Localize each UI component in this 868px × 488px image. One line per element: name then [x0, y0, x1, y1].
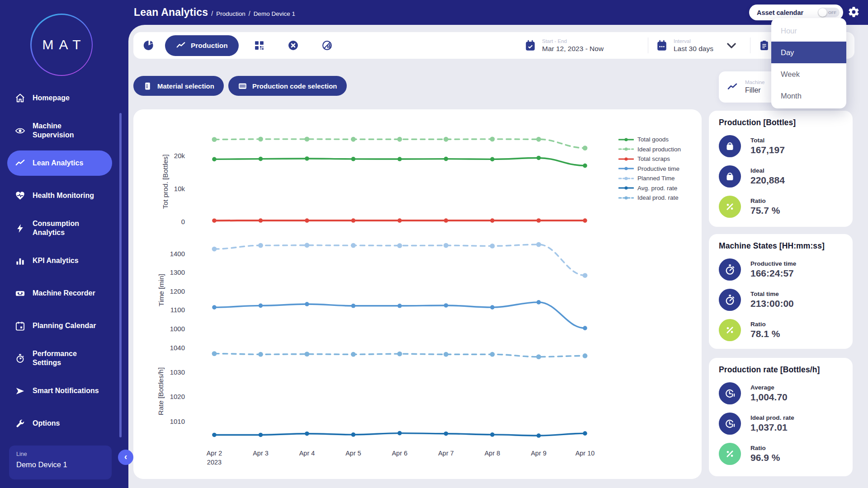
svg-text:1300: 1300 — [170, 268, 185, 276]
date-range-picker[interactable]: Start - End Mar 12, 2023 - Now — [524, 32, 604, 59]
breadcrumb-device[interactable]: Demo Device 1 — [254, 10, 295, 17]
legend-item-planned-time[interactable]: Planned Time — [618, 174, 681, 183]
breadcrumb: Lean Analytics / Production / Demo Devic… — [134, 6, 295, 19]
stat-label: Ratio — [750, 445, 780, 451]
send-icon — [14, 385, 25, 396]
pie-chart-icon — [143, 40, 154, 51]
stat-label: Average — [750, 384, 788, 391]
bar-chart-icon — [14, 255, 25, 266]
calendar-dots-icon — [656, 40, 668, 52]
chart-legend: Total goodsIdeal productionTotal scrapsP… — [618, 135, 681, 203]
asset-calendar-toggle[interactable]: OFF — [818, 8, 840, 17]
sidebar-item-options[interactable]: Options — [0, 407, 128, 440]
sidebar-item-label: Options — [33, 419, 101, 428]
sidebar-item-planning-calendar[interactable]: Planning Calendar — [0, 310, 128, 342]
svg-text:Apr 3: Apr 3 — [253, 450, 269, 457]
trend-icon — [727, 82, 738, 93]
legend-item-avg-prod-rate[interactable]: Avg. prod. rate — [618, 183, 681, 193]
sidebar-item-homepage[interactable]: Homepage — [0, 82, 128, 114]
home-icon — [14, 93, 25, 103]
sidebar-collapse-button[interactable]: ‹ — [118, 450, 133, 465]
sidebar-item-consumption-analytics[interactable]: Consumption Analytics — [0, 212, 128, 244]
stat-value: 96.9 % — [750, 452, 780, 463]
scraps-view-button[interactable] — [283, 35, 304, 56]
machine-label: Machine — [745, 80, 764, 85]
stat-label: Total — [750, 137, 785, 144]
sidebar-item-kpi-analytics[interactable]: KPI Analytics — [0, 244, 128, 277]
sidebar-item-machine-recorder[interactable]: Machine Recorder — [0, 277, 128, 310]
legend-item-total-goods[interactable]: Total goods — [618, 135, 681, 145]
bolt-icon — [14, 223, 25, 234]
barcode-icon — [238, 81, 247, 91]
production-code-selection-button[interactable]: Production code selection — [228, 76, 347, 96]
stat-label: Ideal — [750, 167, 785, 174]
recorder-icon — [14, 288, 25, 299]
legend-item-productive-time[interactable]: Productive time — [618, 164, 681, 174]
stat-value: 166:24:57 — [750, 268, 796, 279]
breadcrumb-production[interactable]: Production — [216, 10, 245, 17]
percent-icon — [719, 196, 741, 218]
toolbar: Production Start - End Mar 12, 2023 - No… — [133, 32, 854, 59]
sidebar-item-health-monitoring[interactable]: Health Monitoring — [0, 179, 128, 212]
sidebar-nav: Homepage Machine Supervision Lean Analyt… — [0, 82, 128, 440]
panel-title: Production rate [Bottles/h] — [719, 365, 843, 375]
stat-value: 167,197 — [750, 145, 785, 155]
legend-line-sample — [618, 196, 634, 200]
production-code-selection-label: Production code selection — [252, 82, 337, 90]
heart-pulse-icon — [14, 190, 25, 201]
interval-picker[interactable]: Interval Last 30 days — [656, 32, 737, 59]
sidebar-scrollbar[interactable] — [119, 113, 122, 437]
no-production-view-button[interactable] — [316, 35, 338, 56]
sidebar-item-lean-analytics[interactable]: Lean Analytics — [0, 147, 128, 179]
material-selection-button[interactable]: Material selection — [133, 76, 224, 96]
bag-icon — [719, 135, 741, 157]
production-button-label: Production — [191, 42, 228, 50]
date-range-value: Mar 12, 2023 - Now — [542, 45, 604, 53]
svg-text:1000: 1000 — [170, 325, 185, 333]
sidebar-item-label: Consumption Analytics — [33, 219, 101, 237]
production-view-button[interactable]: Production — [165, 35, 239, 56]
main-content: Production Start - End Mar 12, 2023 - No… — [128, 25, 868, 488]
svg-text:1020: 1020 — [170, 393, 185, 400]
stat-value: 1,037.01 — [750, 422, 794, 433]
production-rate-panel: Production rate [Bottles/h] Average1,004… — [709, 358, 853, 476]
legend-line-sample — [618, 157, 634, 161]
machine-states-panel: Machine States [HH:mm:ss] Productive tim… — [709, 234, 853, 349]
sidebar-item-machine-supervision[interactable]: Machine Supervision — [0, 114, 128, 147]
sidebar-item-performance-settings[interactable]: Performance Settings — [0, 342, 128, 375]
stopwatch-icon — [14, 353, 25, 364]
svg-text:Apr 8: Apr 8 — [485, 450, 500, 457]
sidebar-item-label: Smart Notifications — [33, 386, 101, 395]
interval-option-month[interactable]: Month — [771, 85, 846, 107]
stat-row-ideal: Ideal220,884 — [719, 161, 843, 192]
toggle-knob — [818, 8, 827, 17]
chart-slash-icon — [321, 40, 333, 51]
stat-row-ideal-prod-rate: Ideal prod. rate1,037.01 — [719, 408, 843, 439]
svg-text:Apr 7: Apr 7 — [438, 450, 454, 457]
stat-value: 213:00:00 — [750, 298, 794, 309]
interval-option-hour[interactable]: Hour — [771, 20, 846, 42]
sidebar-item-label: Lean Analytics — [33, 159, 101, 168]
legend-item-ideal-prod-rate[interactable]: Ideal prod. rate — [618, 193, 681, 203]
legend-item-ideal-production[interactable]: Ideal production — [618, 145, 681, 155]
legend-line-sample — [618, 176, 634, 181]
interval-option-week[interactable]: Week — [771, 63, 846, 85]
sidebar-item-smart-notifications[interactable]: Smart Notifications — [0, 375, 128, 407]
stopwatch2-icon — [719, 289, 741, 311]
production-charts-panel: 010k20kTot prod. [Bottles]10001100120013… — [133, 109, 702, 479]
legend-item-total-scraps[interactable]: Total scraps — [618, 154, 681, 164]
chevron-down-icon — [726, 40, 737, 52]
calendar-check-icon — [524, 40, 536, 52]
device-name: Demo Device 1 — [16, 460, 104, 469]
qr-code-view-button[interactable] — [249, 35, 270, 56]
pie-chart-view-button[interactable] — [138, 35, 159, 56]
svg-text:1030: 1030 — [170, 368, 185, 376]
logo-text: MAT — [37, 37, 86, 52]
interval-option-day[interactable]: Day — [771, 42, 846, 63]
stat-row-average: Average1,004.70 — [719, 378, 843, 408]
stopwatch2-icon — [719, 258, 741, 281]
settings-gear-icon[interactable] — [848, 6, 860, 18]
line-charts: 010k20kTot prod. [Bottles]10001100120013… — [133, 109, 702, 479]
interval-dropdown-menu: Hour Day Week Month — [771, 18, 846, 108]
line-device-selector[interactable]: Line Demo Device 1 — [9, 446, 112, 479]
